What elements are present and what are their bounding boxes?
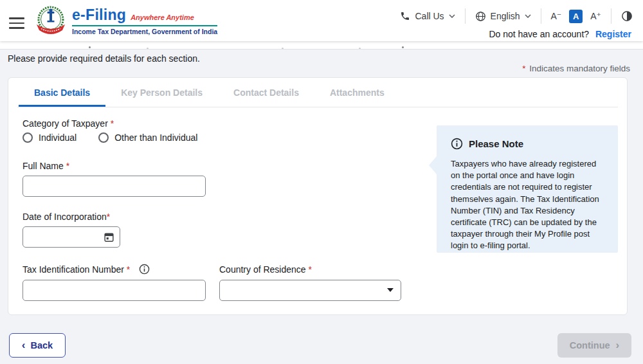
chevron-left-icon: ‹ <box>22 340 26 350</box>
brand-name: e-Filing <box>72 6 126 24</box>
call-us-label: Call Us <box>415 11 444 21</box>
continue-button-label: Continue <box>570 340 610 350</box>
account-prompt-text: Do not have an account? <box>489 29 589 39</box>
clipped-heading-strip <box>0 41 643 50</box>
tab-attachments: Attachments <box>314 78 400 107</box>
chevron-down-icon <box>449 14 455 18</box>
required-asterisk: * <box>127 264 130 275</box>
brand-logo[interactable]: e-Filing Anywhere Anytime Income Tax Dep… <box>35 5 217 36</box>
required-asterisk: * <box>66 161 69 171</box>
income-tax-dept-emblem-icon <box>35 5 66 36</box>
required-asterisk: * <box>309 264 312 275</box>
note-title: Please Note <box>469 138 523 149</box>
hamburger-menu-icon[interactable] <box>9 17 24 30</box>
radio-individual-label: Individual <box>39 132 77 143</box>
note-body: Taxpayers who have already registered on… <box>451 158 606 252</box>
country-select-wrapper <box>219 280 401 301</box>
radio-button-icon[interactable] <box>23 132 33 143</box>
category-of-taxpayer-label: Category of Taxpayer * <box>23 118 115 129</box>
font-decrease-button[interactable]: A⁻ <box>551 11 562 21</box>
language-label: English <box>491 11 520 21</box>
mandatory-note-text: Indicates mandatory fields <box>529 64 630 73</box>
radio-individual[interactable]: Individual <box>23 132 77 143</box>
chevron-down-icon <box>525 14 531 18</box>
radio-other-than-individual[interactable]: Other than Individual <box>98 132 197 143</box>
back-button[interactable]: ‹ Back <box>9 333 66 358</box>
header-separator <box>541 8 541 24</box>
info-icon <box>451 138 463 150</box>
tab-bar: Basic Details Key Person Details Contact… <box>8 78 627 107</box>
calendar-icon[interactable] <box>104 232 114 242</box>
globe-icon <box>475 11 486 22</box>
required-asterisk: * <box>522 64 525 73</box>
tin-info-icon[interactable] <box>139 264 150 275</box>
registration-form-card: Basic Details Key Person Details Contact… <box>8 77 628 315</box>
brand-tagline: Anywhere Anytime <box>131 14 194 21</box>
page-instruction: Please provide required details for each… <box>8 53 200 64</box>
country-of-residence-select[interactable] <box>219 280 401 301</box>
please-note-callout: Please Note Taxpayers who have already r… <box>437 125 618 253</box>
language-menu[interactable]: English <box>475 11 531 22</box>
chevron-right-icon: › <box>616 340 620 350</box>
header-separator <box>611 8 611 24</box>
font-size-controls: A⁻ A A⁺ <box>551 10 601 23</box>
brand-divider <box>72 25 217 26</box>
required-asterisk: * <box>111 118 114 129</box>
phone-icon <box>400 11 410 21</box>
radio-other-label: Other than Individual <box>114 132 197 143</box>
tab-contact-details: Contact Details <box>218 78 314 107</box>
tab-divider <box>17 107 618 107</box>
required-asterisk: * <box>107 212 110 222</box>
tab-key-person-details: Key Person Details <box>105 78 218 107</box>
date-of-incorporation-label: Date of Incorporation* <box>23 212 111 222</box>
tin-label: Tax Identification Number * <box>23 264 150 275</box>
mandatory-fields-note: * Indicates mandatory fields <box>522 64 630 73</box>
app-header: e-Filing Anywhere Anytime Income Tax Dep… <box>0 0 643 41</box>
font-normal-button[interactable]: A <box>569 10 583 23</box>
country-of-residence-label: Country of Residence * <box>219 264 313 275</box>
date-input-wrapper <box>23 226 120 248</box>
account-prompt-row: Do not have an account? Register <box>485 29 631 39</box>
continue-button[interactable]: Continue › <box>557 333 631 358</box>
tin-input[interactable] <box>23 280 206 301</box>
header-controls: Call Us English A⁻ A A⁺ <box>400 8 633 24</box>
tab-basic-details[interactable]: Basic Details <box>19 78 105 107</box>
category-radio-group: Individual Other than Individual <box>23 132 219 143</box>
call-us-menu[interactable]: Call Us <box>400 11 455 21</box>
brand-subtitle: Income Tax Department, Government of Ind… <box>72 28 217 35</box>
registration-page: e-Filing Anywhere Anytime Income Tax Dep… <box>0 0 643 364</box>
contrast-toggle-icon[interactable] <box>621 10 633 22</box>
callout-arrow <box>429 156 437 174</box>
brand-text: e-Filing Anywhere Anytime Income Tax Dep… <box>72 6 217 35</box>
full-name-input[interactable] <box>23 176 206 197</box>
clipped-text-remnants <box>89 46 91 48</box>
back-button-label: Back <box>31 340 53 350</box>
header-separator <box>465 8 466 24</box>
font-increase-button[interactable]: A⁺ <box>590 11 601 21</box>
radio-button-icon[interactable] <box>98 132 109 143</box>
full-name-label: Full Name * <box>23 161 71 171</box>
register-link[interactable]: Register <box>595 29 631 39</box>
